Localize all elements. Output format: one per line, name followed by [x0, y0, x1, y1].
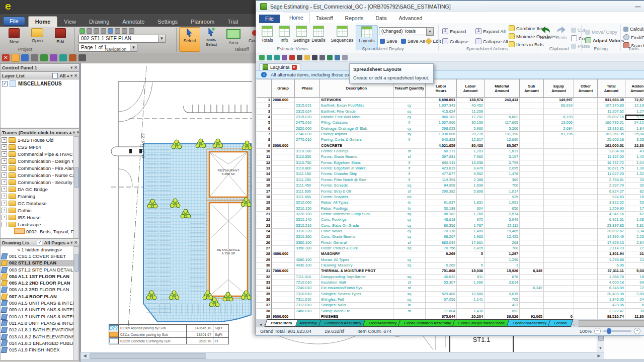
- cell-g[interactable]: [272, 183, 295, 189]
- panel-menu-icon[interactable]: ▾: [70, 240, 72, 245]
- cell-la[interactable]: 9,552: [457, 171, 485, 177]
- cell-d[interactable]: Conc: Grade Beams: [320, 234, 393, 240]
- cell-sa[interactable]: [520, 177, 544, 183]
- cell-u[interactable]: cy: [393, 234, 426, 240]
- cell-d[interactable]: Finish: General: [320, 240, 393, 246]
- panel-menu-icon[interactable]: ▾: [70, 73, 72, 78]
- cell-la[interactable]: 20,776: [457, 132, 485, 137]
- cell-g[interactable]: [272, 149, 295, 154]
- cell-ea[interactable]: [544, 177, 574, 183]
- nav-mini-icon-2[interactable]: [87, 28, 92, 34]
- scroll-right-icon[interactable]: ▶: [596, 352, 602, 359]
- cell-sa[interactable]: [520, 137, 544, 143]
- cell-ta[interactable]: 11,207.62: [598, 109, 625, 115]
- cell-g[interactable]: [272, 189, 295, 195]
- cell-n[interactable]: 13: [257, 166, 272, 171]
- spreadsheet-row[interactable]: 253310.360Conc: Grade Beamscy98.2671,965…: [257, 234, 644, 240]
- cell-oa[interactable]: [574, 246, 598, 251]
- find-goto-button[interactable]: Find/Go To: [623, 34, 644, 40]
- cell-p[interactable]: 3350.300: [295, 246, 320, 251]
- cell-aa[interactable]: 175.9: [625, 206, 644, 212]
- cell-aa[interactable]: 3,719.7: [625, 115, 644, 120]
- cell-g[interactable]: [272, 120, 295, 126]
- trace-folder[interactable]: +Communication - Fire Alarms: [1, 164, 79, 171]
- totals-view-caret-icon[interactable]: ▾: [426, 27, 434, 36]
- cell-lh[interactable]: 98.267: [426, 234, 457, 240]
- cell-sa[interactable]: [520, 297, 544, 303]
- layer-item[interactable]: ✓ MISCELLANEOUS: [1, 79, 79, 88]
- cell-d[interactable]: Forms: Edgeform at Walks: [320, 166, 393, 171]
- cell-la[interactable]: 5,960: [457, 126, 485, 132]
- info-button[interactable]: Info: [276, 25, 292, 43]
- toolbar-icon-5[interactable]: [40, 54, 48, 61]
- cell-p[interactable]: 2315.024: [295, 109, 320, 115]
- expander-icon[interactable]: +: [2, 144, 7, 150]
- cell-lh[interactable]: 675.044: [426, 314, 457, 319]
- move-copy-button[interactable]: Move/ Copy: [585, 29, 617, 35]
- all-pages-checkbox[interactable]: ✓: [37, 240, 42, 245]
- cell-n[interactable]: 21: [257, 212, 272, 217]
- cell-sa[interactable]: [520, 200, 544, 206]
- cell-lh[interactable]: 883.034: [426, 240, 457, 246]
- cell-ea[interactable]: [544, 292, 574, 297]
- cell-ta[interactable]: 161,000.61: [598, 143, 625, 149]
- trace-folder[interactable]: +Communication - Security: [1, 178, 79, 186]
- cell-p[interactable]: [295, 143, 320, 149]
- cell-p[interactable]: 7312.010: [295, 303, 320, 308]
- cell-ea[interactable]: [544, 263, 574, 268]
- toolbar-icon-7[interactable]: [59, 54, 67, 61]
- cell-ea[interactable]: [544, 240, 574, 246]
- cell-lh[interactable]: 30.188: [426, 206, 457, 212]
- cell-ea[interactable]: [544, 109, 574, 115]
- cell-d[interactable]: Backfill: Foot Wall Misc: [320, 115, 393, 120]
- cell-n[interactable]: 27: [257, 246, 272, 251]
- cell-g[interactable]: 4000.000: [272, 251, 295, 257]
- cell-ma[interactable]: 243,413: [485, 98, 520, 103]
- cell-aa[interactable]: 436.1: [625, 149, 644, 154]
- cell-ea[interactable]: [544, 212, 574, 217]
- cell-d[interactable]: Forms: Screeds: [320, 183, 393, 189]
- trace-folder[interactable]: +Gothic: [1, 207, 79, 214]
- cell-p[interactable]: [295, 251, 320, 257]
- cell-u[interactable]: [393, 268, 426, 274]
- cell-p[interactable]: 3111.450: [295, 183, 320, 189]
- spreadsheet-row[interactable]: 123110.750Forms: Edgeform Slabslf696.911…: [257, 160, 644, 166]
- cell-sa[interactable]: [520, 154, 544, 160]
- redo-button[interactable]: Redo: [554, 25, 569, 40]
- layout-tab[interactable]: Combined Assembly: [318, 319, 368, 327]
- cell-la[interactable]: [457, 303, 485, 308]
- cell-ea[interactable]: [544, 280, 574, 286]
- cell-n[interactable]: 15: [257, 177, 272, 183]
- cell-d[interactable]: Siding: Wood Etc: [320, 309, 393, 314]
- cell-aa[interactable]: 0.9: [625, 263, 644, 268]
- cell-oa[interactable]: [574, 177, 598, 183]
- cell-aa[interactable]: 24,127.3: [625, 120, 644, 126]
- cell-sa[interactable]: [520, 246, 544, 251]
- cell-u[interactable]: tn: [393, 206, 426, 212]
- panel-close-icon[interactable]: ✕: [74, 73, 77, 78]
- cell-la[interactable]: 11,208: [457, 109, 485, 115]
- expand-button[interactable]: ⇕Expand: [442, 28, 466, 34]
- cell-oa[interactable]: [574, 234, 598, 240]
- cell-la[interactable]: 12,817: [457, 137, 485, 143]
- cell-u[interactable]: lf: [393, 137, 426, 143]
- cell-p[interactable]: 2770.010: [295, 137, 320, 143]
- cell-n[interactable]: 3: [257, 109, 272, 115]
- ribbon-tab-trial[interactable]: Trial: [221, 17, 245, 27]
- qat-icon-4[interactable]: [282, 55, 287, 60]
- cell-g[interactable]: [272, 160, 295, 166]
- layout-tab[interactable]: Floor/Group/Phase/Phase: [452, 319, 511, 327]
- cell-la[interactable]: 17,292: [457, 115, 485, 120]
- cell-g[interactable]: [272, 206, 295, 212]
- cell-p[interactable]: 4060.100: [295, 257, 320, 263]
- layer-list-header[interactable]: Layer List All ▴ ▾ ✕: [0, 71, 79, 79]
- cell-oa[interactable]: [574, 280, 598, 286]
- cell-ea[interactable]: [544, 160, 574, 166]
- cell-la[interactable]: 1,768: [457, 212, 485, 217]
- cell-d[interactable]: Insulation: Batt: [320, 280, 393, 286]
- cell-d[interactable]: Earthwk: Excav Foot/Misc: [320, 103, 393, 109]
- cell-d[interactable]: Rebar: Footings: [320, 206, 393, 212]
- nav-mini-icon-5[interactable]: [108, 28, 113, 34]
- cell-oa[interactable]: [574, 263, 598, 268]
- cell-n[interactable]: 29: [257, 257, 272, 263]
